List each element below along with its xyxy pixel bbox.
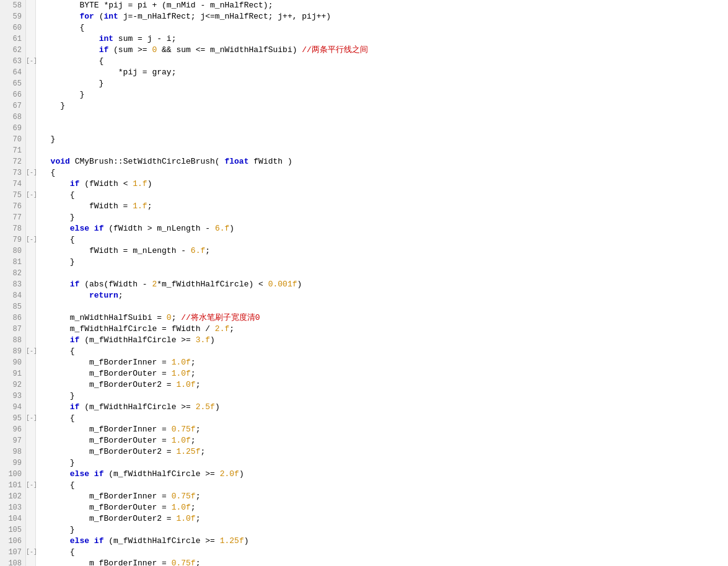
- code-line: {: [41, 547, 728, 558]
- code-line: m_fBorderOuter = 1.0f;: [41, 502, 728, 513]
- code-line: [41, 301, 728, 312]
- fold-89[interactable]: [-]: [26, 346, 35, 357]
- code-line: m_fBorderOuter2 = 1.25f;: [41, 446, 728, 458]
- code-line: }: [41, 89, 728, 100]
- code-line: {: [41, 22, 728, 33]
- code-line: if (abs(fWidth - 2*m_fWidthHalfCircle) <…: [41, 279, 728, 290]
- code-line: }: [41, 257, 728, 268]
- code-line: {: [41, 234, 728, 245]
- code-line: }: [41, 78, 728, 89]
- code-line: {: [41, 480, 728, 491]
- fold-63[interactable]: [-]: [26, 56, 35, 67]
- code-line: for (int j=-m_nHalfRect; j<=m_nHalfRect;…: [41, 11, 728, 22]
- code-line: if (m_fWidthHalfCircle >= 3.f): [41, 335, 728, 346]
- code-line: {: [41, 56, 728, 67]
- code-line: BYTE *pij = pi + (m_nMid - m_nHalfRect);: [41, 0, 728, 11]
- code-line: }: [41, 100, 728, 112]
- code-line: }: [41, 134, 728, 145]
- code-line: m_fBorderInner = 1.0f;: [41, 357, 728, 368]
- code-line: }: [41, 391, 728, 402]
- code-line: m_fWidthHalfCircle = fWidth / 2.f;: [41, 324, 728, 335]
- code-line: {: [41, 346, 728, 357]
- code-line: [41, 268, 728, 279]
- code-line: return;: [41, 290, 728, 301]
- code-line: m_fBorderInner = 0.75f;: [41, 491, 728, 502]
- fold-101[interactable]: [-]: [26, 480, 35, 491]
- code-line: }: [41, 212, 728, 223]
- code-line: m_fBorderOuter2 = 1.0f;: [41, 513, 728, 524]
- line-numbers: 58 59 60 61 62 63 64 65 66 67 68 69 70 7…: [0, 0, 26, 566]
- fold-75[interactable]: [-]: [26, 190, 35, 201]
- fold-107[interactable]: [-]: [26, 547, 35, 558]
- code-line: m_fBorderOuter2 = 1.0f;: [41, 379, 728, 391]
- code-line: else if (m_fWidthHalfCircle >= 2.0f): [41, 469, 728, 480]
- code-line: m_fBorderInner = 0.75f;: [41, 558, 728, 566]
- code-line: *pij = gray;: [41, 67, 728, 78]
- code-line: [41, 123, 728, 134]
- code-line: }: [41, 458, 728, 469]
- code-line: else if (fWidth > m_nLength - 6.f): [41, 223, 728, 234]
- code-line: if (m_fWidthHalfCircle >= 2.5f): [41, 402, 728, 413]
- code-line: void CMyBrush::SetWidthCircleBrush( floa…: [41, 156, 728, 167]
- code-line: m_fBorderInner = 0.75f;: [41, 424, 728, 435]
- code-line: m_fBorderOuter = 1.0f;: [41, 368, 728, 379]
- code-area: BYTE *pij = pi + (m_nMid - m_nHalfRect);…: [36, 0, 728, 566]
- code-line: {: [41, 413, 728, 424]
- code-container: 58 59 60 61 62 63 64 65 66 67 68 69 70 7…: [0, 0, 728, 566]
- fold-73[interactable]: [-]: [26, 167, 35, 179]
- code-line: if (sum >= 0 && sum <= m_nWidthHalfSuibi…: [41, 45, 728, 56]
- code-line: m_nWidthHalfSuibi = 0; //将水笔刷子宽度清0: [41, 312, 728, 324]
- code-line: int sum = j - i;: [41, 33, 728, 45]
- code-line: if (fWidth < 1.f): [41, 179, 728, 190]
- fold-column: [-] [-] [-] [-] [-] [-]: [26, 0, 36, 566]
- code-line: m_fBorderOuter = 1.0f;: [41, 435, 728, 446]
- code-line: else if (m_fWidthHalfCircle >= 1.25f): [41, 536, 728, 547]
- code-line: [41, 145, 728, 156]
- code-line: {: [41, 167, 728, 179]
- code-line: fWidth = m_nLength - 6.f;: [41, 245, 728, 257]
- fold-79[interactable]: [-]: [26, 234, 35, 245]
- code-line: }: [41, 524, 728, 536]
- code-line: {: [41, 190, 728, 201]
- fold-95[interactable]: [-]: [26, 413, 35, 424]
- code-line: fWidth = 1.f;: [41, 201, 728, 212]
- code-line: [41, 112, 728, 123]
